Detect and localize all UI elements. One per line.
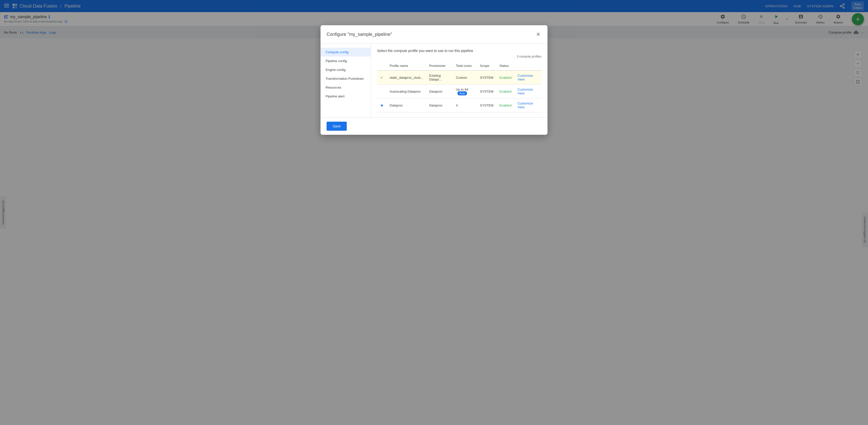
profile-provisioner-2: Dataproc <box>426 85 453 98</box>
table-header-row: Profile name Provisioner Total cores Sco… <box>377 61 541 70</box>
save-button[interactable]: Save <box>327 122 347 131</box>
view-link-1[interactable]: View <box>518 78 525 81</box>
profile-scope-1: SYSTEM <box>477 70 496 85</box>
profile-name-1: static_dataproc_clust... <box>386 70 426 85</box>
col-total-cores: Total cores <box>453 61 477 70</box>
auto-badge: Auto <box>458 91 467 95</box>
profile-status-3: Enabled <box>496 98 515 112</box>
profile-cores-3: 4 <box>453 98 477 112</box>
profile-indicator-1: ✓ <box>377 70 386 85</box>
col-indicator <box>377 61 386 70</box>
sidebar-item-resources[interactable]: Resources <box>320 83 371 92</box>
modal-main-content: Select the compute profile you want to u… <box>371 44 548 117</box>
profile-row-static[interactable]: ✓ static_dataproc_clust... Existing Data… <box>377 70 541 85</box>
view-link-2[interactable]: View <box>518 91 525 95</box>
profile-scope-2: SYSTEM <box>477 85 496 98</box>
modal-footer: Save <box>320 117 548 135</box>
modal-sidebar: Compute config Pipeline config Engine co… <box>320 44 371 117</box>
star-icon: ★ <box>380 103 383 108</box>
profile-name-3: Dataproc <box>386 98 426 112</box>
profile-indicator-3: ★ <box>377 98 386 112</box>
modal-body: Compute config Pipeline config Engine co… <box>320 44 548 117</box>
profile-name-2: Autoscaling Dataproc <box>386 85 426 98</box>
profile-status-2: Enabled <box>496 85 515 98</box>
sidebar-item-engine-config[interactable]: Engine config <box>320 65 371 74</box>
modal-title: Configure "my_sample_pipeline" <box>327 32 392 37</box>
sidebar-item-compute-config[interactable]: Compute config <box>320 48 371 57</box>
view-link-3[interactable]: View <box>518 105 525 109</box>
col-profile-name: Profile name <box>386 61 426 70</box>
profile-indicator-2 <box>377 85 386 98</box>
col-scope: Scope <box>477 61 496 70</box>
modal-overlay: Configure "my_sample_pipeline" ✕ Compute… <box>0 0 868 425</box>
profile-actions-1: Customize View <box>515 70 541 85</box>
profile-cores-2: Up to 84 Auto <box>453 85 477 98</box>
configure-modal: Configure "my_sample_pipeline" ✕ Compute… <box>320 25 548 135</box>
customize-link-2[interactable]: Customize <box>518 88 533 91</box>
profile-provisioner-3: Dataproc <box>426 98 453 112</box>
col-provisioner: Provisioner <box>426 61 453 70</box>
col-actions <box>515 61 541 70</box>
compute-config-description: Select the compute profile you want to u… <box>377 49 541 53</box>
modal-close-button[interactable]: ✕ <box>535 30 541 38</box>
profile-row-autoscaling[interactable]: Autoscaling Dataproc Dataproc Up to 84 A… <box>377 85 541 98</box>
sidebar-item-transformation-pushdown[interactable]: Transformation Pushdown <box>320 74 371 83</box>
profile-cores-1: Custom <box>453 70 477 85</box>
profile-scope-3: SYSTEM <box>477 98 496 112</box>
sidebar-item-pipeline-alert[interactable]: Pipeline alert <box>320 92 371 101</box>
modal-header: Configure "my_sample_pipeline" ✕ <box>320 25 548 44</box>
profile-status-1: Enabled <box>496 70 515 85</box>
compute-profiles-table: Profile name Provisioner Total cores Sco… <box>377 61 541 112</box>
profile-count: 3 compute profiles <box>377 55 541 58</box>
check-icon: ✓ <box>380 76 383 80</box>
profile-actions-3: Customize View <box>515 98 541 112</box>
sidebar-item-pipeline-config[interactable]: Pipeline config <box>320 57 371 65</box>
customize-link-3[interactable]: Customize <box>518 102 533 105</box>
col-status: Status <box>496 61 515 70</box>
profile-row-dataproc[interactable]: ★ Dataproc Dataproc 4 SYSTEM Enabled Cus… <box>377 98 541 112</box>
customize-link-1[interactable]: Customize <box>518 74 533 78</box>
profile-actions-2: Customize View <box>515 85 541 98</box>
profile-provisioner-1: Existing Datapr... <box>426 70 453 85</box>
